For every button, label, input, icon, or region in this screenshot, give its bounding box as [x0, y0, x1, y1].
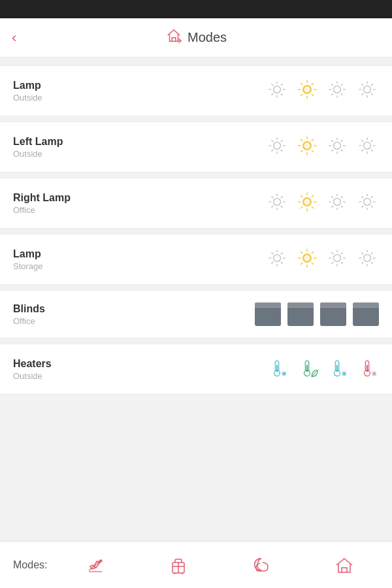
mode-buttons [60, 553, 379, 577]
svg-line-173 [89, 560, 102, 570]
svg-line-6 [281, 93, 283, 95]
svg-line-70 [361, 140, 363, 142]
mode-home-button[interactable] [333, 553, 356, 577]
svg-line-81 [281, 196, 283, 198]
svg-line-98 [331, 196, 333, 198]
svg-line-17 [312, 83, 314, 85]
svg-line-25 [341, 93, 343, 95]
light-icon-2[interactable] [325, 134, 349, 160]
device-info: Lamp Outside [13, 80, 98, 103]
light-icon-1[interactable] [295, 190, 319, 216]
blind-icon-1[interactable] [287, 302, 314, 326]
svg-line-118 [281, 252, 283, 254]
svg-line-45 [271, 150, 273, 152]
light-icon-2[interactable] [325, 78, 349, 104]
svg-line-116 [271, 252, 273, 254]
device-info: Blinds Office [13, 303, 98, 326]
light-icon-1[interactable] [295, 78, 319, 104]
light-icon-0[interactable] [265, 246, 289, 272]
svg-line-42 [271, 140, 273, 142]
content-area: Lamp Outside [0, 57, 392, 541]
svg-point-130 [334, 255, 341, 262]
svg-point-93 [334, 199, 341, 206]
light-icon-3[interactable] [355, 246, 379, 272]
light-icon-1[interactable] [295, 134, 319, 160]
mode-night-button[interactable] [250, 553, 273, 577]
blind-icon-3[interactable] [353, 302, 379, 326]
light-icon-0[interactable] [265, 78, 289, 104]
device-name: Blinds [13, 303, 98, 315]
device-location: Outside [13, 149, 98, 159]
blind-icon [353, 302, 379, 326]
device-name: Right Lamp [13, 192, 98, 204]
svg-point-139 [364, 255, 371, 262]
header-title: Modes [165, 27, 227, 48]
light-icon-3[interactable] [355, 190, 379, 216]
device-location: Office [13, 205, 98, 215]
svg-line-35 [371, 84, 373, 86]
svg-line-52 [301, 139, 302, 141]
mode-icons [98, 302, 379, 326]
device-info: Left Lamp Outside [13, 136, 98, 159]
device-card: Blinds Office [0, 290, 392, 338]
blind-icon-0[interactable] [255, 302, 281, 326]
device-info: Right Lamp Office [13, 192, 98, 215]
svg-line-34 [371, 93, 373, 95]
light-icon-3[interactable] [355, 134, 379, 160]
device-info: Heaters Outside [13, 358, 98, 381]
light-icon-0[interactable] [265, 134, 289, 160]
svg-line-129 [301, 263, 302, 265]
svg-line-147 [361, 262, 363, 264]
light-icon-0[interactable] [265, 190, 289, 216]
heater-icon-1[interactable] [295, 356, 319, 382]
svg-line-138 [331, 262, 333, 264]
svg-line-109 [371, 196, 373, 198]
back-button[interactable]: ‹ [12, 29, 16, 46]
svg-line-36 [361, 93, 363, 95]
light-icon-1[interactable] [295, 246, 319, 272]
svg-point-19 [334, 86, 341, 93]
svg-line-99 [341, 206, 343, 208]
svg-line-80 [281, 206, 283, 208]
heater-icon-3[interactable] [355, 356, 379, 382]
svg-point-74 [274, 199, 281, 206]
svg-line-15 [301, 83, 302, 85]
svg-point-120 [303, 254, 312, 263]
svg-line-73 [361, 150, 363, 152]
svg-line-61 [331, 140, 333, 142]
mode-icons [98, 190, 379, 216]
svg-line-144 [361, 252, 363, 254]
blind-icon [255, 302, 281, 326]
svg-point-65 [364, 142, 371, 150]
svg-point-37 [274, 142, 281, 150]
mode-travel-button[interactable] [84, 553, 107, 577]
svg-line-33 [361, 84, 363, 86]
heater-icon-0[interactable] [265, 356, 289, 382]
svg-point-56 [334, 142, 341, 150]
svg-point-111 [274, 255, 281, 262]
svg-line-71 [371, 150, 373, 152]
heater-icon-2[interactable] [325, 356, 349, 382]
svg-line-72 [371, 140, 373, 142]
device-location: Office [13, 316, 98, 326]
svg-line-44 [281, 140, 283, 142]
device-name: Heaters [13, 358, 98, 370]
device-card: Heaters Outside [0, 344, 392, 395]
header: ‹ Modes [0, 18, 392, 57]
svg-line-79 [271, 196, 273, 198]
device-location: Outside [13, 371, 98, 381]
svg-line-108 [371, 206, 373, 208]
svg-line-26 [341, 84, 343, 86]
svg-point-102 [364, 199, 371, 206]
svg-line-136 [341, 262, 343, 264]
blind-icon-2[interactable] [320, 302, 346, 326]
mode-away-button[interactable] [167, 553, 190, 577]
device-name: Left Lamp [13, 136, 98, 148]
light-icon-2[interactable] [325, 246, 349, 272]
light-icon-2[interactable] [325, 190, 349, 216]
svg-line-7 [281, 84, 283, 86]
svg-line-92 [301, 206, 302, 208]
light-icon-3[interactable] [355, 78, 379, 104]
svg-line-82 [271, 206, 273, 208]
svg-point-28 [364, 86, 371, 93]
